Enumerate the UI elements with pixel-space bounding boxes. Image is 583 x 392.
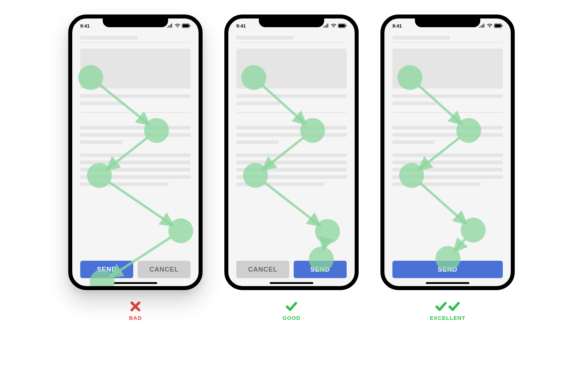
button-row: SENDCANCEL — [80, 261, 191, 278]
divider — [236, 112, 347, 113]
text-skeleton — [236, 102, 281, 105]
cross-icon — [130, 301, 141, 312]
rating-text: EXCELLENT — [430, 315, 465, 321]
text-skeleton — [392, 153, 503, 157]
text-skeleton — [392, 133, 503, 137]
text-skeleton — [80, 94, 191, 98]
text-skeleton — [236, 153, 347, 157]
svg-line-17 — [265, 183, 318, 224]
header-skeleton — [392, 36, 450, 40]
text-skeleton — [236, 126, 347, 129]
status-time: 9:41 — [80, 23, 90, 29]
image-placeholder — [236, 49, 347, 88]
svg-rect-26 — [502, 25, 503, 26]
text-skeleton — [80, 175, 191, 179]
status-time: 9:41 — [392, 23, 402, 29]
cancel-button[interactable]: CANCEL — [138, 261, 191, 278]
rating-label-good: GOOD — [282, 300, 301, 321]
button-row: SEND — [392, 261, 503, 278]
send-button[interactable]: SEND — [294, 261, 347, 278]
check-icon — [448, 301, 460, 312]
phone-notch — [415, 18, 480, 27]
text-skeleton — [236, 94, 347, 98]
column-good: 9:41 CANCELSEND GOOD — [224, 15, 359, 321]
divider — [392, 42, 503, 43]
text-skeleton — [80, 133, 191, 137]
send-button[interactable]: SEND — [392, 261, 503, 278]
text-skeleton — [236, 161, 347, 164]
svg-point-22 — [315, 219, 340, 244]
text-skeleton — [80, 168, 191, 172]
check-icon — [286, 301, 297, 312]
phone-notch — [259, 18, 324, 27]
header-skeleton — [80, 36, 138, 40]
text-skeleton — [80, 161, 191, 164]
text-skeleton — [236, 182, 325, 186]
text-skeleton — [80, 153, 191, 157]
svg-line-29 — [420, 183, 464, 222]
phone-frame: 9:41 SEND — [380, 15, 515, 290]
check-icon — [435, 301, 447, 312]
header-skeleton — [236, 36, 294, 40]
text-skeleton — [236, 168, 347, 172]
text-skeleton — [236, 133, 347, 137]
screen-content: SEND — [384, 31, 511, 286]
phone-notch — [103, 18, 168, 27]
text-skeleton — [236, 175, 347, 179]
column-bad: 9:41 SENDCANCEL BAD — [68, 15, 203, 321]
text-skeleton — [392, 161, 503, 164]
cancel-button[interactable]: CANCEL — [236, 261, 289, 278]
svg-rect-2 — [190, 25, 191, 26]
svg-point-34 — [461, 218, 486, 243]
screen-content: CANCELSEND — [228, 31, 355, 286]
divider — [80, 42, 191, 43]
screen-content: SENDCANCEL — [72, 31, 199, 286]
image-placeholder — [392, 49, 503, 88]
svg-rect-14 — [346, 25, 347, 26]
text-skeleton — [392, 168, 503, 172]
rating-label-bad: BAD — [129, 300, 142, 321]
rating-icons — [129, 300, 142, 313]
rating-icons — [282, 300, 301, 313]
svg-line-5 — [109, 182, 171, 224]
home-indicator — [114, 282, 157, 284]
svg-rect-25 — [495, 24, 501, 27]
rating-label-excellent: EXCELLENT — [430, 300, 465, 321]
text-skeleton — [392, 175, 503, 179]
image-placeholder — [80, 49, 191, 88]
status-icons — [479, 24, 503, 28]
text-skeleton — [80, 102, 125, 105]
home-indicator — [270, 282, 313, 284]
text-skeleton — [392, 94, 503, 98]
status-icons — [323, 24, 347, 28]
rating-icons — [430, 300, 465, 313]
home-indicator — [426, 282, 469, 284]
text-skeleton — [80, 140, 122, 144]
svg-rect-1 — [183, 24, 189, 27]
column-excellent: 9:41 SEND EXCELLENT — [380, 15, 515, 321]
divider — [80, 112, 191, 113]
phone-frame: 9:41 SENDCANCEL — [68, 15, 203, 290]
rating-text: GOOD — [282, 315, 301, 321]
text-skeleton — [392, 140, 435, 144]
svg-line-18 — [324, 243, 325, 248]
svg-rect-13 — [339, 24, 345, 27]
button-row: CANCELSEND — [236, 261, 347, 278]
text-skeleton — [392, 102, 437, 105]
text-skeleton — [392, 126, 503, 129]
svg-point-10 — [168, 218, 193, 243]
divider — [392, 112, 503, 113]
send-button[interactable]: SEND — [80, 261, 133, 278]
text-skeleton — [80, 182, 168, 186]
rating-text: BAD — [129, 315, 142, 321]
text-skeleton — [392, 182, 481, 186]
text-skeleton — [80, 126, 191, 129]
svg-line-30 — [456, 239, 466, 250]
phone-frame: 9:41 CANCELSEND — [224, 15, 359, 290]
text-skeleton — [236, 140, 278, 144]
status-icons — [167, 24, 191, 28]
status-time: 9:41 — [236, 23, 246, 29]
divider — [236, 42, 347, 43]
